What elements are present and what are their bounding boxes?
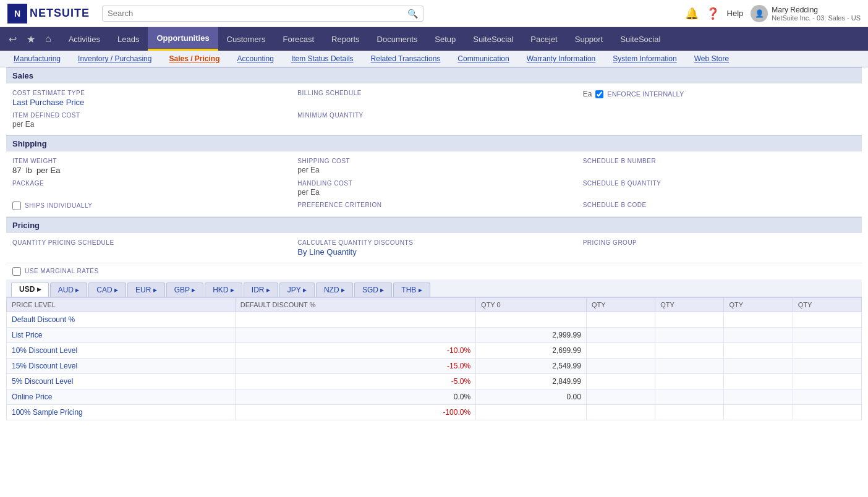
nav-item-pacejet[interactable]: Pacejet — [522, 27, 566, 51]
subnav-web-store[interactable]: Web Store — [686, 51, 738, 67]
currency-tab-hkd[interactable]: HKD ▸ — [205, 282, 242, 297]
ships-individually-checkbox[interactable] — [12, 202, 21, 210]
subnav-sales-pricing[interactable]: Sales / Pricing — [160, 51, 228, 67]
shipping-section-header: Shipping — [6, 135, 862, 151]
table-cell — [476, 405, 587, 420]
subnav-accounting[interactable]: Accounting — [229, 51, 283, 67]
nav-item-reports[interactable]: Reports — [323, 27, 368, 51]
logo: N NETSUITE — [7, 4, 90, 23]
nav-item-customers[interactable]: Customers — [218, 27, 274, 51]
table-cell[interactable]: 10% Discount Level — [7, 343, 236, 359]
table-cell — [793, 374, 861, 389]
col-qty1: QTY — [586, 298, 655, 312]
table-cell — [476, 312, 587, 328]
subnav-item-status-details[interactable]: Item Status Details — [283, 51, 362, 67]
calc-qty-discounts-value[interactable]: By Line Quantity — [297, 247, 570, 257]
shipping-cost-per: per Ea — [297, 166, 570, 174]
col-price-level: PRICE LEVEL — [7, 298, 236, 312]
col-default-discount: DEFAULT DISCOUNT % — [235, 298, 475, 312]
cost-estimate-type-value[interactable]: Last Purchase Price — [12, 98, 285, 107]
sales-section-label: Sales — [12, 71, 33, 80]
currency-tab-gbp[interactable]: GBP ▸ — [166, 282, 203, 297]
subnav-system-information[interactable]: System Information — [604, 51, 685, 67]
table-cell — [586, 389, 655, 405]
currency-tab-usd[interactable]: USD ▸ — [11, 282, 49, 297]
table-cell: -100.0% — [235, 405, 475, 420]
sales-section-header: Sales — [6, 67, 862, 83]
pricing-section: Pricing QUANTITY PRICING SCHEDULE CALCUL… — [6, 217, 862, 420]
currency-tab-nzd[interactable]: NZD ▸ — [316, 282, 353, 297]
table-cell — [586, 359, 655, 374]
shipping-section: Shipping ITEM WEIGHT 87 lb per Ea SHIPPI… — [6, 135, 862, 217]
pricing-group-label: PRICING GROUP — [583, 239, 856, 246]
currency-tab-sgd[interactable]: SGD ▸ — [354, 282, 392, 297]
home-icon[interactable]: ⌂ — [41, 31, 55, 47]
nav-item-support[interactable]: Support — [566, 27, 612, 51]
currency-tab-idr[interactable]: IDR ▸ — [244, 282, 278, 297]
table-row: 15% Discount Level-15.0%2,549.99 — [7, 359, 862, 374]
search-bar: 🔍 — [102, 6, 423, 22]
table-cell — [655, 389, 724, 405]
nav-bar: ↩ ★ ⌂ Activities Leads Opportunities Cus… — [0, 27, 868, 51]
help-link[interactable]: Help — [727, 9, 744, 18]
table-row: 100% Sample Pricing-100.0% — [7, 405, 862, 420]
notification-icon[interactable]: 🔔 — [685, 7, 699, 20]
sales-col3-empty — [583, 112, 856, 129]
preference-criterion-field: PREFERENCE CRITERION — [297, 202, 570, 210]
table-cell[interactable]: List Price — [7, 328, 236, 343]
table-cell[interactable]: Default Discount % — [7, 312, 236, 328]
minimum-quantity-label: MINIMUM QUANTITY — [297, 112, 570, 119]
table-cell[interactable]: 100% Sample Pricing — [7, 405, 236, 420]
nav-item-setup[interactable]: Setup — [426, 27, 464, 51]
avatar: 👤 — [751, 5, 768, 22]
nav-item-forecast[interactable]: Forecast — [274, 27, 323, 51]
table-cell[interactable]: 15% Discount Level — [7, 359, 236, 374]
nav-item-activities[interactable]: Activities — [60, 27, 109, 51]
currency-tab-jpy[interactable]: JPY ▸ — [279, 282, 315, 297]
pricing-fields: QUANTITY PRICING SCHEDULE CALCULATE QUAN… — [6, 233, 862, 263]
currency-tab-aud[interactable]: AUD ▸ — [50, 282, 88, 297]
use-marginal-rates-checkbox[interactable] — [12, 267, 21, 276]
price-table: PRICE LEVEL DEFAULT DISCOUNT % QTY 0 QTY… — [6, 297, 862, 420]
enforce-internally-checkbox[interactable] — [595, 90, 603, 98]
handling-cost-per: per Ea — [297, 188, 570, 197]
subnav-inventory-purchasing[interactable]: Inventory / Purchasing — [69, 51, 160, 67]
subnav-related-transactions[interactable]: Related Transactions — [362, 51, 449, 67]
table-cell — [724, 312, 793, 328]
subnav-manufacturing[interactable]: Manufacturing — [5, 51, 69, 67]
item-weight-field: ITEM WEIGHT 87 lb per Ea — [12, 158, 285, 175]
table-cell — [793, 405, 861, 420]
table-cell — [724, 405, 793, 420]
currency-tabs: USD ▸ AUD ▸ CAD ▸ EUR ▸ GBP ▸ HKD ▸ IDR … — [6, 279, 862, 297]
table-cell[interactable]: Online Price — [7, 389, 236, 405]
search-input[interactable] — [108, 9, 407, 18]
currency-tab-thb[interactable]: THB ▸ — [393, 282, 430, 297]
col-qty3: QTY — [724, 298, 793, 312]
currency-tab-eur[interactable]: EUR ▸ — [127, 282, 165, 297]
nav-item-documents[interactable]: Documents — [368, 27, 427, 51]
user-details: Mary Redding NetSuite Inc. - 03: Sales -… — [772, 6, 861, 22]
subnav-communication[interactable]: Communication — [449, 51, 517, 67]
logo-text: NETSUITE — [30, 7, 90, 20]
back-icon[interactable]: ↩ — [5, 31, 20, 48]
subnav-warranty-information[interactable]: Warranty Information — [518, 51, 605, 67]
table-cell: 2,699.99 — [476, 343, 587, 359]
table-row: 10% Discount Level-10.0%2,699.99 — [7, 343, 862, 359]
nav-item-leads[interactable]: Leads — [109, 27, 148, 51]
user-info: 👤 Mary Redding NetSuite Inc. - 03: Sales… — [751, 5, 861, 22]
package-label: PACKAGE — [12, 180, 285, 187]
nav-item-suitesocial2[interactable]: SuiteSocial — [611, 27, 669, 51]
enforce-internally-label: ENFORCE INTERNALLY — [607, 90, 684, 98]
enforce-internally-field: Ea ENFORCE INTERNALLY — [583, 90, 856, 107]
nav-item-suitesocial1[interactable]: SuiteSocial — [464, 27, 522, 51]
search-icon[interactable]: 🔍 — [407, 9, 418, 19]
table-cell[interactable]: 5% Discount Level — [7, 374, 236, 389]
shipping-section-label: Shipping — [12, 139, 47, 148]
nav-item-opportunities[interactable]: Opportunities — [148, 27, 218, 51]
enforce-row: Ea ENFORCE INTERNALLY — [583, 90, 856, 98]
help-icon[interactable]: ❓ — [706, 7, 720, 20]
currency-tab-cad[interactable]: CAD ▸ — [88, 282, 126, 297]
table-row: List Price2,999.99 — [7, 328, 862, 343]
item-defined-cost-value: per Ea — [12, 120, 285, 129]
star-icon[interactable]: ★ — [23, 31, 39, 48]
